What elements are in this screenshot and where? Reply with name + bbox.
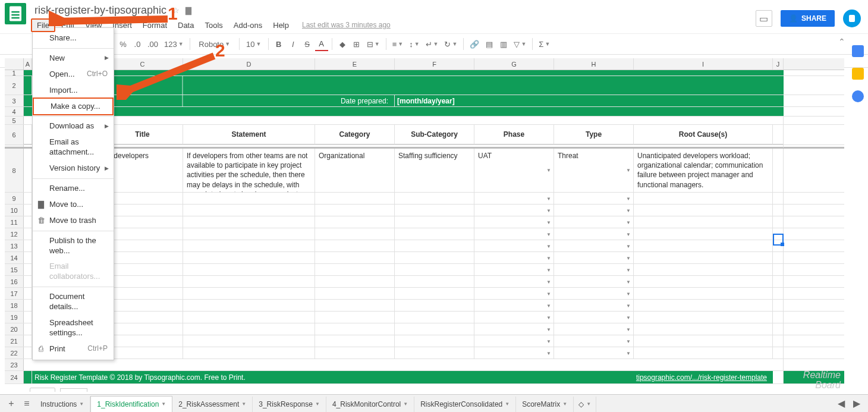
text-wrap-button[interactable]: ↵▼	[423, 37, 441, 51]
cell[interactable]	[554, 288, 634, 299]
cell[interactable]	[24, 347, 32, 358]
cell[interactable]	[395, 216, 474, 228]
comments-button[interactable]: ▭	[756, 10, 772, 27]
add-rows-input[interactable]	[60, 388, 87, 392]
cell[interactable]	[395, 323, 474, 335]
cell[interactable]	[474, 276, 554, 287]
menu-move-to[interactable]: ▇Move to...	[33, 197, 114, 213]
row-header[interactable]: 12	[5, 228, 24, 240]
cell[interactable]	[24, 145, 784, 147]
cell[interactable]	[315, 264, 395, 275]
cell[interactable]	[102, 264, 183, 275]
header-root-causes[interactable]: Root Cause(s)	[634, 125, 773, 144]
cell[interactable]	[24, 371, 32, 383]
sheet-tab-overflow[interactable]: ◇▼	[574, 397, 596, 412]
cell-statement[interactable]: If developers from other teams are not a…	[183, 149, 315, 192]
cell[interactable]	[773, 252, 784, 263]
menu-make-copy[interactable]: Make a copy...	[33, 98, 114, 116]
cell[interactable]	[183, 205, 315, 216]
cell[interactable]	[395, 240, 474, 251]
cell[interactable]	[102, 240, 183, 251]
cell[interactable]	[773, 125, 784, 144]
cell[interactable]	[554, 312, 634, 323]
cell[interactable]	[773, 149, 784, 192]
all-sheets-button[interactable]: ≡	[19, 396, 34, 411]
merge-cells-button[interactable]: ⊟▼	[364, 37, 382, 51]
row-header[interactable]: 10	[5, 205, 24, 216]
cell[interactable]	[183, 76, 784, 95]
cell[interactable]	[773, 323, 784, 335]
cell[interactable]	[773, 193, 784, 204]
col-header-G[interactable]: G	[474, 58, 554, 70]
cell[interactable]	[634, 335, 773, 347]
cell[interactable]	[773, 264, 784, 275]
cell[interactable]	[554, 228, 634, 240]
header-type[interactable]: Type	[554, 125, 634, 144]
cell[interactable]	[474, 252, 554, 263]
cell[interactable]	[634, 312, 773, 323]
cell[interactable]	[474, 216, 554, 228]
vertical-align-button[interactable]: ↕▼	[407, 37, 422, 51]
row-header[interactable]: 24	[5, 371, 24, 383]
insert-comment-button[interactable]: ▤	[483, 37, 496, 51]
cell[interactable]	[554, 193, 634, 204]
fill-color-button[interactable]: ◆	[336, 37, 349, 51]
col-header-J[interactable]: J	[773, 58, 784, 70]
cell[interactable]	[634, 276, 773, 287]
font-size-select[interactable]: 10▼	[243, 37, 265, 51]
date-prepared-label[interactable]: Date prepared:	[183, 95, 395, 106]
cell[interactable]	[474, 193, 554, 204]
cell[interactable]	[24, 264, 32, 275]
text-rotation-button[interactable]: ↻▼	[442, 37, 460, 51]
cell[interactable]	[24, 359, 784, 370]
cell[interactable]	[773, 228, 784, 240]
decrease-decimal-button[interactable]: .0	[131, 37, 144, 51]
row-header[interactable]: 21	[5, 335, 24, 347]
cell[interactable]	[315, 205, 395, 216]
cell[interactable]	[773, 216, 784, 228]
cell[interactable]	[554, 323, 634, 335]
borders-button[interactable]: ⊞	[350, 37, 363, 51]
cell[interactable]	[315, 335, 395, 347]
menu-publish[interactable]: Publish to the web...	[33, 233, 114, 259]
cell[interactable]	[24, 228, 32, 240]
cell[interactable]	[395, 264, 474, 275]
cell[interactable]	[183, 347, 315, 358]
row-header[interactable]: 17	[5, 288, 24, 299]
menu-version-history[interactable]: Version history▶	[33, 161, 114, 177]
footer-copyright[interactable]: Risk Register Template © 2018 by Tipsogr…	[32, 371, 472, 383]
cell[interactable]	[24, 240, 32, 251]
cell[interactable]	[395, 300, 474, 311]
cell[interactable]	[315, 216, 395, 228]
cell[interactable]	[24, 205, 32, 216]
cell[interactable]	[554, 240, 634, 251]
header-title[interactable]: Title	[102, 125, 183, 144]
row-header[interactable]: 8	[5, 149, 24, 192]
italic-button[interactable]: I	[287, 37, 300, 51]
cell[interactable]	[315, 240, 395, 251]
col-header-A[interactable]: A	[24, 58, 32, 70]
header-statement[interactable]: Statement	[183, 125, 315, 144]
cell[interactable]	[554, 216, 634, 228]
cell[interactable]	[315, 300, 395, 311]
add-rows-button[interactable]: Add	[30, 388, 55, 392]
cell[interactable]	[102, 205, 183, 216]
cell[interactable]	[24, 125, 32, 144]
cell[interactable]	[634, 264, 773, 275]
cell[interactable]	[554, 347, 634, 358]
row-header[interactable]: 5	[5, 117, 24, 124]
row-header[interactable]: 23	[5, 359, 24, 370]
scroll-tabs-left-icon[interactable]: ◀	[834, 396, 849, 411]
scroll-tabs-right-icon[interactable]: ▶	[849, 396, 864, 411]
sheet-tab[interactable]: RiskRegisterConsolidated▼	[414, 397, 516, 412]
cell[interactable]	[315, 276, 395, 287]
cell[interactable]	[395, 347, 474, 358]
cell[interactable]	[24, 335, 32, 347]
cell[interactable]	[183, 228, 315, 240]
bold-button[interactable]: B	[272, 37, 285, 51]
col-header-C[interactable]: C	[102, 58, 183, 70]
sheet-tab[interactable]: 4_RiskMonitorControl▼	[326, 397, 414, 412]
add-sheet-button[interactable]: +	[4, 396, 19, 411]
cell[interactable]	[773, 300, 784, 311]
cell[interactable]	[24, 288, 32, 299]
